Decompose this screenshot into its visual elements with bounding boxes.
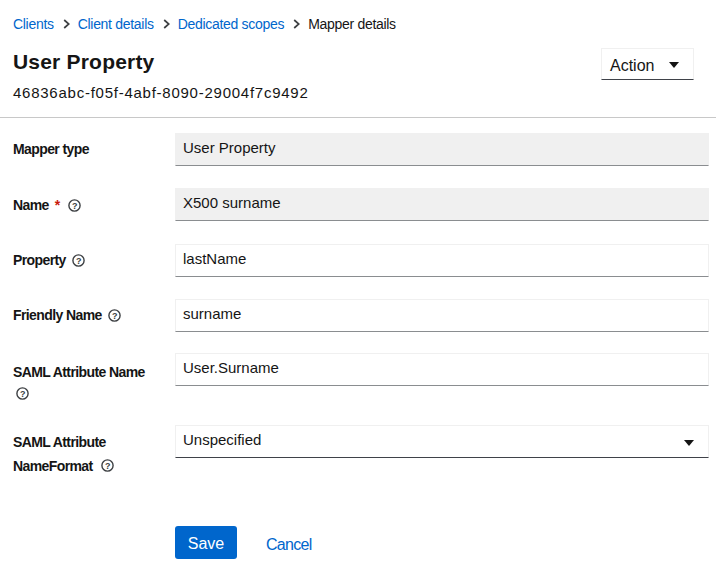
svg-text:?: ? [76,256,81,266]
svg-text:?: ? [105,461,110,471]
svg-text:?: ? [72,201,77,211]
svg-text:?: ? [20,389,25,399]
svg-text:?: ? [112,311,117,321]
